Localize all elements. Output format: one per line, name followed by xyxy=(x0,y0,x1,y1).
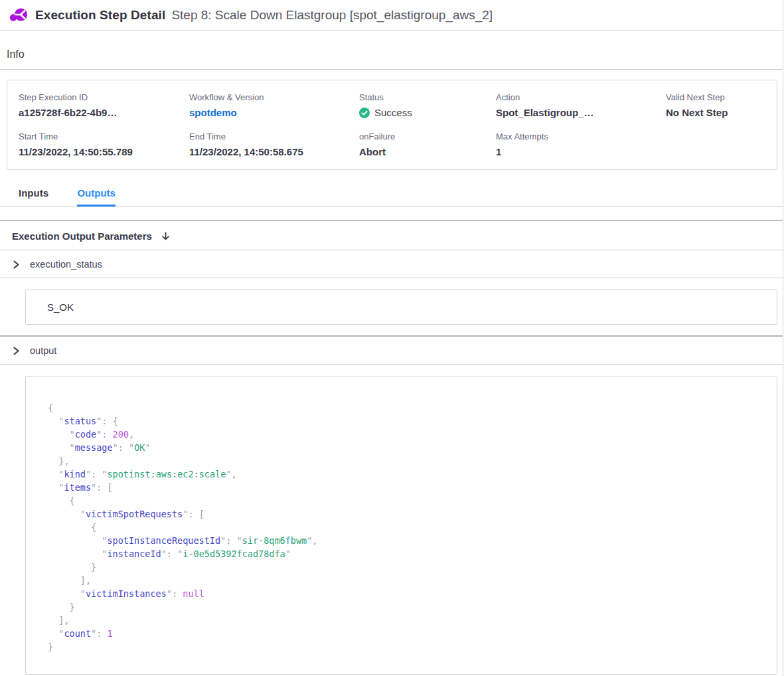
param-row-execution-status[interactable]: execution_status xyxy=(0,250,783,278)
arrow-down-icon[interactable] xyxy=(161,231,171,241)
page-title: Execution Step Detail xyxy=(35,8,165,23)
field-end-time: End Time 11/23/2022, 14:50:58.675 xyxy=(189,131,359,157)
field-value: No Next Step xyxy=(666,107,777,118)
execution-step-detail-panel: Execution Step Detail Step 8: Scale Down… xyxy=(0,0,783,676)
output-json-box: { "status": { "code": 200, "message": "O… xyxy=(25,376,777,675)
field-value: 1 xyxy=(496,146,666,157)
field-label: Valid Next Step xyxy=(666,92,777,102)
execution-status-value-box: S_OK xyxy=(25,290,777,325)
field-value: Spot_Elastigroup_… xyxy=(496,107,666,118)
field-action: Action Spot_Elastigroup_… xyxy=(496,92,666,118)
workflow-link[interactable]: spotdemo xyxy=(189,107,359,118)
chevron-right-icon xyxy=(12,347,21,355)
field-label: Step Execution ID xyxy=(19,92,189,102)
param-row-output[interactable]: output xyxy=(0,337,783,365)
field-start-time: Start Time 11/23/2022, 14:50:55.789 xyxy=(19,131,189,157)
tab-outputs[interactable]: Outputs xyxy=(77,187,116,207)
output-json-code: { "status": { "code": 200, "message": "O… xyxy=(48,401,777,653)
field-label: Max Attempts xyxy=(496,131,666,141)
info-card: Step Execution ID a125728f-6b22-4b9… Wor… xyxy=(7,80,777,170)
field-value: a125728f-6b22-4b9… xyxy=(19,107,189,118)
header: Execution Step Detail Step 8: Scale Down… xyxy=(0,0,783,31)
field-label: Workflow & Version xyxy=(189,92,359,102)
status-badge: Success xyxy=(359,107,496,118)
field-label: Start Time xyxy=(19,131,189,141)
field-label: onFailure xyxy=(359,131,496,141)
field-value: 11/23/2022, 14:50:55.789 xyxy=(19,146,189,157)
field-label: Action xyxy=(496,92,666,102)
field-value: Abort xyxy=(359,146,496,157)
field-max-attempts: Max Attempts 1 xyxy=(496,131,666,157)
execution-output-parameters-header: Execution Output Parameters xyxy=(0,221,783,250)
field-label: End Time xyxy=(189,131,359,141)
field-valid-next-step: Valid Next Step No Next Step xyxy=(666,92,777,118)
field-empty xyxy=(666,131,777,157)
tab-bar: Inputs Outputs xyxy=(0,187,783,207)
execution-output-parameters-title: Execution Output Parameters xyxy=(12,230,152,242)
field-status: Status Success xyxy=(359,92,496,118)
field-value: 11/23/2022, 14:50:58.675 xyxy=(189,146,359,157)
success-check-icon xyxy=(359,108,370,118)
param-name: output xyxy=(30,345,56,356)
page-subtitle: Step 8: Scale Down Elastgroup [spot_elas… xyxy=(171,8,493,23)
param-name: execution_status xyxy=(30,259,102,270)
field-label: Status xyxy=(359,92,496,102)
info-section-label: Info xyxy=(0,31,783,70)
field-workflow-version: Workflow & Version spotdemo xyxy=(189,92,359,118)
tab-inputs[interactable]: Inputs xyxy=(19,187,48,207)
execution-status-value: S_OK xyxy=(47,301,74,313)
field-step-execution-id: Step Execution ID a125728f-6b22-4b9… xyxy=(19,92,189,118)
field-onfailure: onFailure Abort xyxy=(359,131,496,157)
status-text: Success xyxy=(374,107,412,118)
chevron-right-icon xyxy=(12,260,21,269)
spot-logo-icon xyxy=(9,7,29,24)
